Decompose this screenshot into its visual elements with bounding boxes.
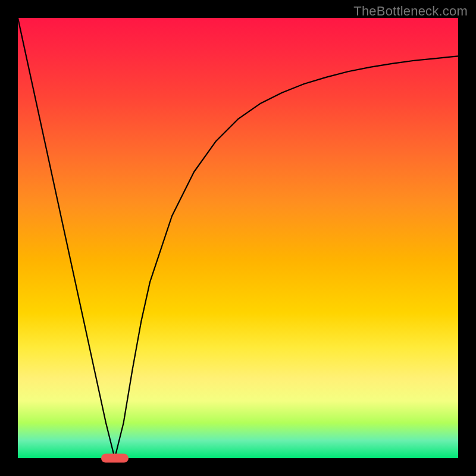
chart-frame: TheBottleneck.com bbox=[0, 0, 476, 476]
min-marker bbox=[101, 454, 129, 463]
plot-area bbox=[18, 18, 458, 458]
watermark-text: TheBottleneck.com bbox=[353, 4, 468, 19]
curve-svg bbox=[18, 18, 458, 458]
bottleneck-curve bbox=[18, 18, 458, 458]
